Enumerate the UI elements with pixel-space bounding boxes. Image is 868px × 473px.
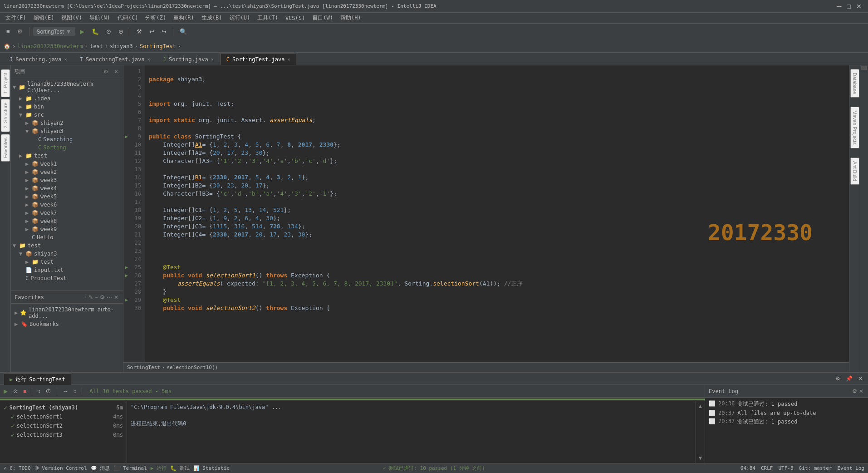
tree-item-week5[interactable]: ▶ 📦 week5 (11, 192, 123, 201)
status-git[interactable]: Git: master (799, 465, 832, 471)
menu-file[interactable]: 文件(F) (2, 13, 30, 23)
status-messages[interactable]: 💬 消息 (91, 465, 110, 472)
tree-item-hello[interactable]: C Hello (11, 233, 123, 241)
menu-run[interactable]: 运行(U) (226, 13, 254, 23)
scroll-up-btn[interactable]: ▲ (696, 401, 705, 411)
status-line-ending[interactable]: CRLF (761, 465, 773, 471)
tree-item-project-root[interactable]: ▼ 📁 linan20172330newterm C:\User... (11, 80, 123, 94)
fav-del-btn[interactable]: − (94, 293, 99, 301)
tree-item-week9[interactable]: ▶ 📦 week9 (11, 225, 123, 233)
tab-close-searching-test[interactable]: ✕ (147, 57, 150, 62)
scroll-down-btn[interactable]: ▼ (696, 453, 705, 463)
search-everywhere-btn[interactable]: 🔍 (177, 26, 190, 37)
run-close-btn[interactable]: ✕ (856, 374, 864, 383)
gutter-icon-29[interactable]: ▶ (125, 296, 128, 304)
collapse-btn[interactable]: ↕ (72, 387, 78, 395)
run-btn[interactable]: ▶ (77, 26, 87, 37)
tab-sorting-test[interactable]: C SortingTest.java ✕ (221, 53, 296, 65)
stop-btn[interactable]: ■ (21, 387, 28, 395)
menu-help[interactable]: 帮助(H) (337, 13, 365, 23)
status-bc-item2[interactable]: selectionSort10() (167, 365, 218, 370)
event-log-config-btn[interactable]: ⚙ (851, 387, 858, 395)
tree-item-week3[interactable]: ▶ 📦 week3 (11, 176, 123, 184)
breadcrumb-item1[interactable]: linan20172330newterm (17, 43, 83, 49)
tree-item-week1[interactable]: ▶ 📦 week1 (11, 160, 123, 168)
status-bc-item1[interactable]: SortingTest (127, 365, 160, 370)
breadcrumb-item2[interactable]: test (90, 43, 103, 49)
status-todo[interactable]: ✓ 6: TODO (4, 465, 31, 471)
tree-item-shiyan3[interactable]: ▼ 📦 shiyan3 (11, 127, 123, 135)
minimize-btn[interactable]: ─ (834, 2, 844, 11)
status-debug[interactable]: 🐛 调试 (170, 465, 190, 472)
menu-tools[interactable]: 工具(T) (254, 13, 282, 23)
build-btn[interactable]: ⚒ (134, 26, 145, 37)
sort-az-btn[interactable]: ↕ (36, 387, 42, 395)
menu-window[interactable]: 窗口(W) (309, 13, 337, 23)
status-position[interactable]: 64:84 (740, 465, 755, 471)
tree-item-test-folder[interactable]: ▶ 📁 test (11, 258, 123, 266)
status-run[interactable]: ▶ 运行 (151, 465, 167, 472)
menu-code[interactable]: 代码(C) (114, 13, 142, 23)
test-item-3[interactable]: ✓ selectionSort3 0ms (2, 430, 125, 439)
gutter-icon-9[interactable]: ▶ (125, 133, 128, 141)
tree-item-shiyan2[interactable]: ▶ 📦 shiyan2 (11, 119, 123, 127)
tree-item-src[interactable]: ▼ 📁 src (11, 111, 123, 119)
profile-btn[interactable]: ⊕ (116, 26, 126, 37)
tree-item-week4[interactable]: ▶ 📦 week4 (11, 184, 123, 192)
debug-btn[interactable]: 🐛 (89, 26, 102, 37)
coverage-btn[interactable]: ⊙ (103, 26, 114, 37)
favorites-tool-btn[interactable]: Favorites (1, 134, 10, 162)
fav-more-btn[interactable]: ⋯ (106, 293, 113, 301)
breadcrumb-item4[interactable]: SortingTest (140, 43, 176, 49)
tree-item-week8[interactable]: ▶ 📦 week8 (11, 217, 123, 225)
fav-add-btn[interactable]: + (83, 293, 88, 301)
menu-nav[interactable]: 导航(N) (86, 13, 114, 23)
sidebar-config-btn[interactable]: ⚙ (103, 68, 109, 76)
status-vc[interactable]: ⑨ Version Control (34, 465, 87, 471)
event-log-close-btn[interactable]: ✕ (858, 387, 864, 395)
tab-close-searching[interactable]: ✕ (64, 57, 67, 62)
tree-item-sorting[interactable]: C Sorting (11, 143, 123, 152)
gutter-icon-26[interactable]: ▶ (125, 271, 128, 280)
settings-btn[interactable]: ⚙ (15, 26, 25, 37)
tree-item-week7[interactable]: ▶ 📦 week7 (11, 209, 123, 217)
maven-tool-btn[interactable]: Maven Projects (850, 107, 859, 148)
test-item-2[interactable]: ✓ selectionSort2 0ms (2, 421, 125, 430)
status-statistic[interactable]: 📊 Statistic (193, 465, 230, 471)
project-tool-btn[interactable]: 1: Project (1, 69, 10, 97)
status-encoding[interactable]: UTF-8 (778, 465, 793, 471)
tree-item-test-root[interactable]: ▼ 📁 test (11, 241, 123, 250)
ant-tool-btn[interactable]: Ant Build (850, 158, 859, 185)
project-view-btn[interactable]: ≡ (4, 26, 13, 37)
fav-close-btn[interactable]: ✕ (113, 293, 119, 301)
tab-searching-test[interactable]: T SearchingTest.java ✕ (74, 53, 156, 65)
breadcrumb-item-project[interactable]: 🏠 (4, 43, 10, 49)
redo-btn[interactable]: ↪ (159, 26, 169, 37)
run-config-select[interactable]: SortingTest ▼ (33, 27, 75, 36)
menu-vcs[interactable]: VCS(S) (282, 14, 309, 22)
structure-tool-btn[interactable]: 2: Structure (1, 99, 10, 132)
tab-close-sorting[interactable]: ✕ (211, 57, 214, 62)
tree-item-searching[interactable]: C Searching (11, 135, 123, 143)
tree-item-week2[interactable]: ▶ 📦 week2 (11, 168, 123, 176)
tab-close-sorting-test[interactable]: ✕ (288, 57, 290, 62)
fav-item-bookmarks[interactable]: ▶ 🔖 Bookmarks (13, 320, 121, 328)
run-pin-btn[interactable]: 📌 (844, 374, 854, 383)
close-btn[interactable]: ✕ (853, 2, 864, 11)
tree-item-test-src[interactable]: ▶ 📁 test (11, 152, 123, 160)
rerun-all-btn[interactable]: ⊙ (11, 387, 20, 395)
sidebar-close-btn[interactable]: ✕ (113, 68, 119, 76)
menu-refactor[interactable]: 重构(R) (170, 13, 198, 23)
sort-dur-btn[interactable]: ⏱ (44, 387, 53, 395)
tree-item-week6[interactable]: ▶ 📦 week6 (11, 201, 123, 209)
menu-build-gen[interactable]: 生成(B) (198, 13, 226, 23)
tree-item-input-txt[interactable]: 📄 input.txt (11, 266, 123, 274)
rerun-btn[interactable]: ▶ (2, 387, 10, 395)
tree-item-shiyan3-test[interactable]: ▼ 📦 shiyan3 (11, 250, 123, 258)
bottom-tab-run[interactable]: ▶ 运行 SortingTest (4, 373, 71, 385)
code-content[interactable]: package shiyan3; import org. junit. Test… (145, 65, 849, 362)
fav-item-project[interactable]: ▶ ⭐ linan20172330newterm auto-add... (13, 305, 121, 320)
maximize-btn[interactable]: □ (844, 2, 853, 11)
gutter-icon-25[interactable]: ▶ (125, 263, 128, 271)
undo-btn[interactable]: ↩ (147, 26, 157, 37)
